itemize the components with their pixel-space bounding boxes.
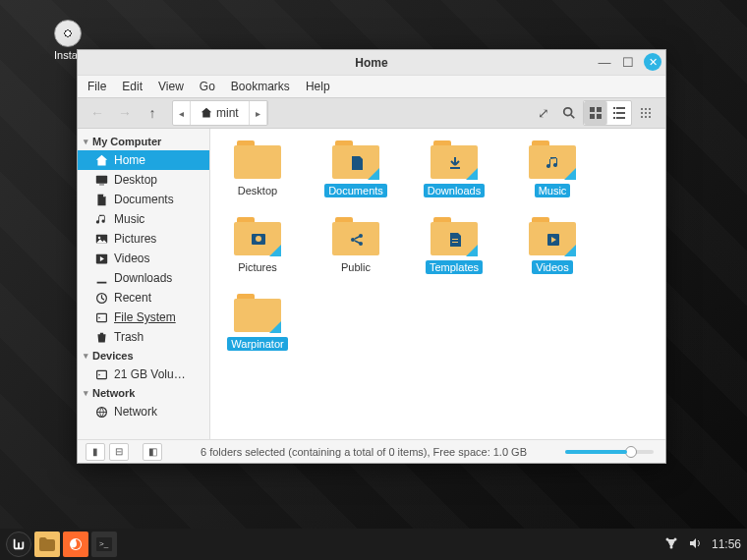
folder-icon — [332, 140, 379, 180]
folder-icon — [234, 294, 281, 333]
menu-view[interactable]: View — [158, 80, 184, 93]
sidebar-item-downloads[interactable]: Downloads — [78, 268, 209, 288]
status-text: 6 folders selected (containing a total o… — [166, 446, 561, 458]
folder-icon — [529, 217, 576, 256]
folder-icon — [332, 217, 379, 256]
cd-icon — [54, 20, 82, 47]
sidebar-item-icon — [95, 194, 108, 206]
taskbar: >_ 11:56 — [0, 529, 747, 560]
folder-templates[interactable]: Templates — [417, 217, 491, 274]
sidebar-item-icon — [95, 368, 108, 381]
network-tray-icon[interactable] — [664, 536, 678, 553]
sidebar-item-label: Desktop — [114, 173, 157, 187]
start-menu-button[interactable] — [6, 532, 31, 557]
sidebar-item-file-system[interactable]: File System — [78, 308, 209, 327]
sidebar-item-network[interactable]: Network — [78, 402, 209, 421]
menu-go[interactable]: Go — [200, 80, 215, 93]
svg-point-13 — [645, 108, 647, 110]
sidebar-item-videos[interactable]: Videos — [78, 249, 209, 268]
sidebar-item-label: 21 GB Volu… — [114, 367, 186, 381]
folder-label: Downloads — [424, 184, 485, 197]
maximize-button[interactable]: ☐ — [620, 54, 636, 70]
taskbar-firefox-button[interactable] — [63, 532, 88, 557]
svg-rect-38 — [452, 242, 458, 243]
path-next-button[interactable]: ▸ — [250, 101, 267, 125]
minimize-button[interactable]: — — [597, 54, 612, 70]
sidebar-item-21-gb-volu-[interactable]: 21 GB Volu… — [78, 364, 209, 384]
sidebar-header-devices[interactable]: Devices — [78, 347, 209, 364]
menu-help[interactable]: Help — [306, 80, 330, 93]
show-tree-button[interactable]: ⊟ — [109, 443, 129, 461]
folder-grid[interactable]: DesktopDocumentsDownloadsMusicPicturesPu… — [210, 129, 665, 439]
close-sidebar-button[interactable]: ◧ — [143, 443, 162, 461]
show-places-button[interactable]: ▮ — [86, 443, 105, 461]
view-switcher — [583, 100, 632, 126]
svg-point-0 — [564, 108, 572, 116]
grid-icon — [590, 107, 602, 119]
folder-downloads[interactable]: Downloads — [417, 140, 491, 197]
sidebar-header-network[interactable]: Network — [78, 384, 209, 402]
search-icon — [562, 106, 576, 120]
list-view-button[interactable] — [607, 101, 631, 125]
folder-pictures[interactable]: Pictures — [220, 217, 295, 274]
taskbar-terminal-button[interactable]: >_ — [91, 532, 117, 557]
sidebar-item-trash[interactable]: Trash — [78, 327, 209, 347]
svg-rect-8 — [613, 112, 615, 114]
forward-button[interactable]: → — [113, 101, 137, 125]
svg-point-30 — [98, 373, 100, 375]
sidebar-item-home[interactable]: Home — [78, 150, 209, 170]
folder-label: Pictures — [234, 260, 281, 274]
close-button[interactable]: ✕ — [644, 53, 661, 71]
sidebar-item-documents[interactable]: Documents — [78, 190, 209, 209]
svg-text:>_: >_ — [99, 539, 109, 548]
svg-rect-29 — [97, 370, 107, 378]
zoom-thumb[interactable] — [625, 446, 637, 458]
folder-documents[interactable]: Documents — [318, 140, 393, 197]
svg-rect-10 — [613, 117, 615, 119]
file-manager-window: Home — ☐ ✕ File Edit View Go Bookmarks H… — [77, 49, 666, 464]
window-body: My Computer HomeDesktopDocumentsMusicPic… — [78, 129, 665, 439]
menu-bookmarks[interactable]: Bookmarks — [231, 80, 290, 93]
titlebar[interactable]: Home — ☐ ✕ — [78, 50, 665, 76]
volume-tray-icon[interactable] — [688, 536, 702, 553]
sidebar-item-icon — [95, 292, 108, 305]
folder-icon — [234, 140, 281, 180]
path-crumb-home[interactable]: mint — [191, 101, 250, 125]
folder-music[interactable]: Music — [515, 140, 590, 197]
clock[interactable]: 11:56 — [712, 537, 741, 551]
svg-point-28 — [98, 316, 100, 318]
window-controls: — ☐ ✕ — [597, 53, 661, 71]
sidebar-header-computer[interactable]: My Computer — [78, 133, 209, 150]
sidebar-item-label: Pictures — [114, 232, 156, 246]
svg-point-18 — [641, 116, 643, 118]
up-button[interactable]: ↑ — [141, 101, 164, 125]
sidebar-item-icon — [95, 272, 108, 285]
folder-label: Desktop — [234, 184, 281, 197]
sidebar-item-icon — [95, 406, 108, 419]
sidebar-item-icon — [95, 252, 108, 265]
path-bar: ◂ mint ▸ — [172, 100, 268, 126]
folder-public[interactable]: Public — [318, 217, 393, 274]
compact-icon — [640, 107, 652, 119]
sidebar-item-music[interactable]: Music — [78, 209, 209, 229]
menu-file[interactable]: File — [87, 80, 106, 93]
search-button[interactable] — [557, 101, 581, 125]
menu-edit[interactable]: Edit — [122, 80, 143, 93]
sidebar-item-recent[interactable]: Recent — [78, 288, 209, 308]
back-button[interactable]: ← — [86, 101, 109, 125]
sidebar-item-desktop[interactable]: Desktop — [78, 170, 209, 190]
folder-icon — [39, 537, 55, 551]
sidebar-item-pictures[interactable]: Pictures — [78, 229, 209, 249]
folder-desktop[interactable]: Desktop — [220, 140, 295, 197]
icon-view-button[interactable] — [584, 101, 607, 125]
sidebar-item-label: Recent — [114, 291, 151, 305]
folder-videos[interactable]: Videos — [515, 217, 590, 274]
window-title: Home — [355, 56, 387, 70]
taskbar-files-button[interactable] — [34, 532, 60, 557]
compact-view-button[interactable] — [634, 101, 658, 125]
zoom-slider[interactable] — [565, 450, 654, 454]
toolbar: ← → ↑ ◂ mint ▸ ⤢ — [78, 97, 665, 129]
path-prev-button[interactable]: ◂ — [173, 101, 191, 125]
folder-warpinator[interactable]: Warpinator — [220, 294, 295, 351]
toggle-location-button[interactable]: ⤢ — [532, 101, 555, 125]
